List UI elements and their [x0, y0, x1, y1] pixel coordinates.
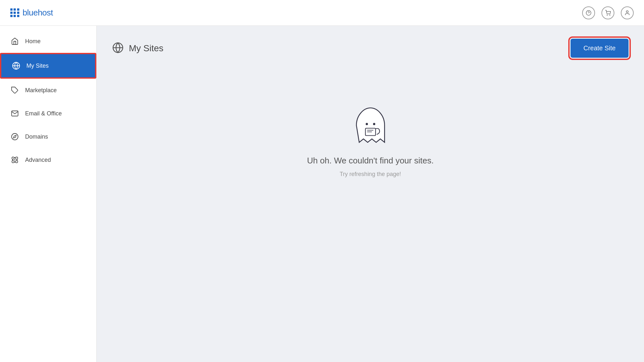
sidebar-item-domains[interactable]: Domains	[0, 125, 96, 148]
wordpress-icon	[12, 61, 21, 70]
header: bluehost	[0, 0, 644, 26]
page-header: My Sites Create Site	[112, 39, 629, 58]
header-icons	[582, 6, 634, 19]
compass-icon	[10, 132, 19, 141]
sidebar-item-my-sites-label: My Sites	[26, 63, 49, 69]
user-button[interactable]	[621, 6, 634, 19]
cart-button[interactable]	[601, 6, 614, 19]
atom-icon	[10, 155, 19, 164]
logo[interactable]: bluehost	[10, 8, 53, 18]
sidebar-item-advanced-label: Advanced	[25, 157, 51, 163]
logo-text: bluehost	[23, 8, 53, 18]
sidebar: Home My Sites Marketplace Email & Office	[0, 26, 97, 362]
sidebar-item-marketplace[interactable]: Marketplace	[0, 79, 96, 102]
svg-point-11	[366, 123, 368, 125]
home-icon	[10, 37, 19, 46]
sidebar-item-domains-label: Domains	[25, 133, 48, 140]
page-title: My Sites	[129, 43, 163, 54]
sidebar-item-email-office[interactable]: Email & Office	[0, 102, 96, 125]
svg-point-2	[607, 15, 608, 15]
sidebar-item-marketplace-label: Marketplace	[25, 87, 57, 94]
layout: Home My Sites Marketplace Email & Office	[0, 26, 644, 362]
page-wp-icon	[112, 42, 124, 55]
main-content: My Sites Create Site Uh oh. We could	[97, 26, 644, 362]
mail-icon	[10, 109, 19, 118]
logo-grid-icon	[10, 8, 19, 17]
svg-point-9	[14, 160, 15, 160]
ghost-illustration	[348, 103, 393, 148]
sidebar-item-advanced[interactable]: Advanced	[0, 148, 96, 171]
svg-point-7	[12, 133, 18, 140]
help-button[interactable]	[582, 6, 595, 19]
sidebar-item-home-label: Home	[25, 38, 41, 45]
svg-point-3	[610, 15, 610, 15]
empty-state-title: Uh oh. We couldn't find your sites.	[307, 156, 434, 166]
sidebar-item-email-label: Email & Office	[25, 110, 62, 117]
empty-state: Uh oh. We couldn't find your sites. Try …	[112, 77, 629, 203]
page-title-area: My Sites	[112, 42, 163, 55]
create-site-button[interactable]: Create Site	[571, 39, 629, 58]
empty-state-subtitle: Try refreshing the page!	[340, 171, 401, 178]
sidebar-item-my-sites[interactable]: My Sites	[0, 53, 96, 79]
svg-marker-8	[14, 135, 16, 138]
svg-point-12	[373, 123, 375, 125]
svg-point-4	[626, 11, 628, 13]
sidebar-item-home[interactable]: Home	[0, 30, 96, 53]
tag-icon	[10, 86, 19, 95]
